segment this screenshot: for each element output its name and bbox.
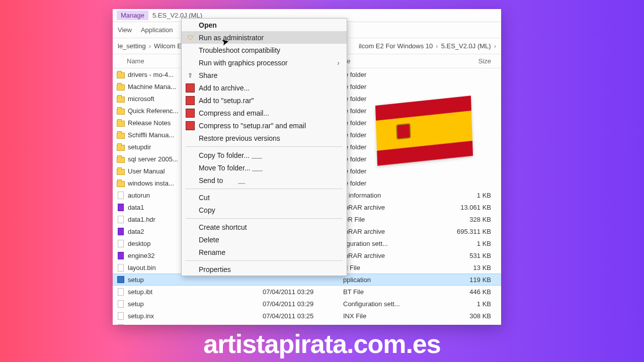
file-date: 07/04/2011 03:25 <box>263 312 343 320</box>
ctx-copy-to[interactable]: Copy To folder...⎯⎯⎯ <box>182 149 347 161</box>
file-date: 07/04/2011 03:29 <box>263 300 343 308</box>
file-type: BT File <box>343 288 409 296</box>
winrar-icon <box>186 83 195 93</box>
rar-icon <box>117 251 125 259</box>
ctx-run-as-admin[interactable]: 🛡 Run as administrator <box>182 31 347 44</box>
file-icon <box>117 191 125 199</box>
ctx-copy[interactable]: Copy <box>182 204 347 216</box>
ctx-open[interactable]: Open <box>182 19 347 31</box>
file-row[interactable]: setup07/04/2011 03:29Configuration sett.… <box>113 298 501 310</box>
file-icon <box>117 263 125 272</box>
ctx-create-shortcut[interactable]: Create shortcut <box>182 221 347 233</box>
ctx-move-to[interactable]: Move To folder...⎯⎯⎯ <box>182 161 347 174</box>
folder-icon <box>117 155 125 163</box>
ctx-rename[interactable]: Rename <box>182 246 347 258</box>
file-name: Schiffli Manua... <box>128 131 174 139</box>
watermark-text: artistapirata.com.es <box>0 329 644 359</box>
ctx-separator <box>186 146 343 147</box>
folder-icon <box>117 119 125 127</box>
breadcrumb-seg[interactable]: ilcom E2 For Windows 10 <box>359 42 433 50</box>
titlebar-manage-tab[interactable]: Manage <box>117 11 148 20</box>
file-size: 1 KB <box>409 240 501 247</box>
file-size: 308 KB <box>409 312 501 320</box>
breadcrumb-seg[interactable]: 5.ES_V2.0J (ML) <box>441 42 491 50</box>
file-size: 13.061 KB <box>409 204 501 211</box>
file-name: setup <box>128 276 144 284</box>
folder-icon <box>117 131 125 139</box>
winrar-icon <box>186 121 195 130</box>
chevron-right-icon: › <box>337 59 340 67</box>
file-type: inRAR archive <box>343 228 409 235</box>
file-type: le folder <box>343 167 409 175</box>
ctx-cut[interactable]: Cut <box>182 191 347 204</box>
file-size: 1 KB <box>409 192 501 199</box>
exe-icon <box>117 276 125 284</box>
folder-icon <box>117 179 125 187</box>
folder-icon <box>117 107 125 115</box>
file-name: autorun <box>128 192 150 199</box>
file-type: N File <box>343 264 409 272</box>
ctx-compress-setup-email[interactable]: Compress to "setup.rar" and email <box>182 119 347 132</box>
file-size: 13 KB <box>409 264 501 272</box>
file-row[interactable]: setup.inx07/04/2011 03:25INX File308 KB <box>113 310 501 322</box>
share-icon: ⇪ <box>186 71 195 80</box>
file-type: inRAR archive <box>343 252 409 259</box>
file-name: engine32 <box>128 252 155 259</box>
file-name: setup.isn <box>128 324 154 325</box>
ctx-separator <box>186 189 343 189</box>
file-icon <box>117 324 125 325</box>
menu-application[interactable]: Application <box>141 26 173 34</box>
file-type: le folder <box>343 179 409 187</box>
ctx-compress-email[interactable]: Compress and email... <box>182 107 347 119</box>
ctx-add-archive[interactable]: Add to archive... <box>182 81 347 94</box>
file-type: p information <box>343 192 409 199</box>
file-name: microsoft <box>128 95 154 103</box>
chevron-right-icon: › <box>436 42 438 50</box>
file-name: desktop <box>128 240 151 247</box>
file-icon <box>117 239 125 247</box>
ctx-restore-versions[interactable]: Restore previous versions <box>182 132 347 144</box>
ctx-troubleshoot[interactable]: Troubleshoot compatibility <box>182 44 347 56</box>
file-row[interactable]: setup.isn23/01/2011 22:02ISN File1.023 K… <box>113 322 501 325</box>
file-name: data2 <box>128 228 144 235</box>
column-type[interactable]: pe <box>343 57 409 65</box>
winrar-icon <box>186 96 195 105</box>
ctx-properties[interactable]: Properties <box>182 263 347 276</box>
file-name: data1.hdr <box>128 216 155 223</box>
file-name: drivers - mo-4... <box>128 71 174 78</box>
file-icon <box>117 312 125 320</box>
file-size: 531 KB <box>409 252 501 259</box>
column-size[interactable]: Size <box>409 57 501 65</box>
file-size: 1 KB <box>409 300 501 308</box>
shield-icon: 🛡 <box>186 33 195 42</box>
file-type: le folder <box>343 83 409 90</box>
chevron-right-icon: › <box>494 42 496 50</box>
file-type: inRAR archive <box>343 204 409 211</box>
file-name: setup <box>128 300 144 308</box>
file-name: layout.bin <box>128 264 156 272</box>
file-row[interactable]: setup.ibt07/04/2011 03:29BT File446 KB <box>113 286 501 298</box>
breadcrumb-seg[interactable]: le_setting <box>118 42 146 50</box>
ctx-send-to[interactable]: Send to⎯⎯ <box>182 174 347 187</box>
file-name: windows insta... <box>128 179 174 187</box>
file-name: Release Notes <box>128 119 171 127</box>
folder-icon <box>117 70 125 78</box>
ctx-delete[interactable]: Delete <box>182 233 347 246</box>
ctx-share[interactable]: ⇪ Share <box>182 69 347 81</box>
file-name: setup.inx <box>128 312 154 320</box>
menu-view[interactable]: View <box>118 26 132 34</box>
file-name: User Manual <box>128 167 165 175</box>
spain-flag-icon <box>375 96 473 166</box>
folder-icon <box>117 82 125 90</box>
ctx-run-graphics[interactable]: Run with graphics processor› <box>182 56 347 69</box>
file-icon <box>117 288 125 296</box>
file-name: data1 <box>128 204 144 211</box>
chevron-right-icon: › <box>149 42 151 50</box>
file-type: ISN File <box>343 324 409 325</box>
file-type: DR File <box>343 216 409 223</box>
file-name: Machine Mana... <box>128 83 176 90</box>
ctx-add-setup-rar[interactable]: Add to "setup.rar" <box>182 94 347 107</box>
ctx-separator <box>186 260 343 261</box>
winrar-icon <box>186 109 195 118</box>
file-type: INX File <box>343 312 409 320</box>
